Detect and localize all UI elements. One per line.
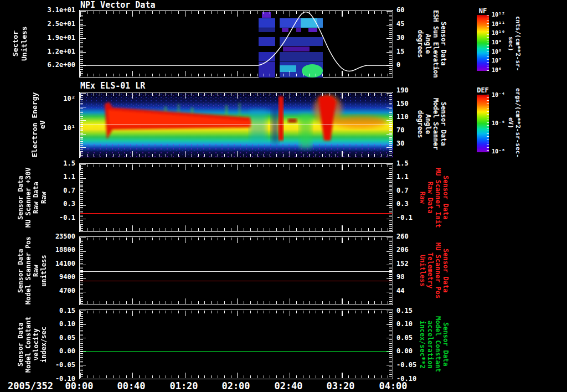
- colorbar-tick-label: 10⁻⁶: [492, 120, 505, 127]
- x-major-ticks: [80, 151, 392, 157]
- x-tick-label: 02:40: [267, 380, 310, 391]
- x-tick-label: 01:20: [163, 380, 205, 391]
- colorbar-ticks: [487, 95, 489, 152]
- plot-window: { "window": { "background": "#000000", "…: [0, 0, 567, 392]
- model-constant-acceleration-line: [80, 351, 392, 352]
- y-tick-label: 206: [396, 245, 409, 254]
- nf-colorbar-title: NF: [477, 7, 489, 15]
- panel1-left-axis-label: Sector Unitless: [11, 10, 29, 78]
- y-tick-label: 60: [396, 6, 404, 14]
- y-tick-label: 152: [396, 259, 409, 268]
- x-tick-label: 03:20: [319, 380, 362, 391]
- colorbar-tick-label: 10⁸: [492, 48, 502, 55]
- x-major-ticks: [80, 298, 392, 304]
- y-tick-label: 190: [396, 86, 409, 95]
- panel1-right-axis-label: Sensor Data ESH Sun Elevation Angle degr…: [416, 7, 447, 81]
- colorbar-tick-label: 10⁹: [492, 39, 502, 46]
- colorbar-tick-label: 10⁷: [492, 57, 502, 64]
- panel3-right-axis-label: Sensor Data MU Scanner Init Raw Data Raw: [419, 163, 450, 232]
- y-tick-label: 30: [396, 139, 404, 148]
- colorbar-ticks: [487, 15, 489, 71]
- els-spectrogram: [80, 93, 393, 158]
- colorbar-tick-label: 10⁻⁴: [492, 91, 505, 99]
- y-major-ticks: [80, 11, 86, 76]
- panel1-title: NPI Vector Data: [80, 1, 155, 9]
- panel4-frame: [79, 236, 393, 305]
- y-major-ticks: [80, 238, 86, 304]
- reference-line: [80, 125, 393, 125]
- y-tick-label: 260: [396, 232, 409, 241]
- x-major-ticks: [80, 373, 392, 378]
- colorbar-tick-label: 10⁻⁸: [492, 148, 505, 155]
- y-tick-label: 44: [396, 286, 404, 295]
- mu-scanner-pos-line: [80, 281, 392, 281]
- def-colorbar: [477, 95, 489, 152]
- nf-colorbar-unit: cnts/(cm**2-sr-sec): [507, 10, 522, 78]
- x-tick-label: 04:00: [372, 380, 414, 391]
- y-major-ticks: [386, 93, 392, 157]
- colorbar-tick-label: 10⁶: [492, 66, 502, 74]
- x-tick-label: 00:40: [110, 380, 152, 391]
- panel5-right-axis-label: Sensor Data Model Constant acceleration …: [419, 308, 450, 380]
- panel5-frame: [79, 310, 393, 379]
- elevation-curve: [80, 12, 393, 71]
- cyan-dropout: [250, 110, 266, 143]
- y-major-ticks: [80, 93, 86, 157]
- panel1-frame: [79, 10, 393, 78]
- npi-spectrogram: [80, 11, 393, 78]
- colorbar-tick-label: 10¹²: [492, 11, 505, 18]
- y-tick-label: 1.5: [396, 159, 409, 168]
- y-tick-label: 0.10: [396, 319, 413, 328]
- y-tick-label: 15: [396, 47, 404, 56]
- y-tick-label: 70: [396, 126, 404, 135]
- panel2-left-axis-label: Electron Energy eV: [31, 92, 47, 158]
- x-major-ticks: [80, 311, 392, 316]
- y-major-ticks: [386, 238, 392, 304]
- panel2-title: MEx ELS-01 LR: [80, 81, 145, 90]
- x-major-ticks: [80, 164, 392, 170]
- y-major-ticks: [386, 164, 392, 231]
- npi-count-blocks: [259, 12, 323, 78]
- x-tick-label: 02:00: [215, 380, 257, 391]
- model-scanner-pos-line: [80, 271, 392, 272]
- y-major-ticks: [80, 311, 86, 378]
- date-label: 2005/352: [3, 380, 59, 391]
- x-major-ticks: [80, 238, 392, 243]
- y-tick-label: 0.00: [396, 347, 413, 355]
- x-major-ticks: [80, 93, 392, 99]
- y-tick-label: 98: [396, 272, 404, 281]
- colorbar-tick-label: 10¹⁰: [492, 29, 505, 37]
- dark-dropout: [271, 104, 279, 143]
- y-tick-label: 30: [396, 33, 404, 42]
- panel4-left-axis-label: Sensor Data Model Scanner Pos Raw unitle…: [17, 236, 48, 305]
- panel2-frame: [79, 92, 393, 158]
- mu-scanner-init-line: [80, 213, 392, 214]
- y-tick-label: -0.05: [396, 360, 416, 369]
- y-tick-label: 0.3: [396, 199, 409, 208]
- panel3-left-axis-label: Sensor Data MU Scanner +30V Raw Data Raw: [17, 163, 48, 232]
- y-major-ticks: [80, 164, 86, 231]
- panel4-right-axis-label: Sensor Data MU Scanner Pos Telemetry Uni…: [419, 236, 450, 305]
- panel5-left-axis-label: Sensor Data Model Constant velocity inde…: [17, 310, 48, 379]
- def-colorbar-title: DEF: [477, 86, 489, 94]
- x-major-ticks: [80, 71, 392, 76]
- y-tick-label: 0.15: [396, 306, 413, 315]
- panel3-frame: [79, 163, 393, 232]
- y-tick-label: 0: [396, 60, 400, 69]
- y-tick-label: 0.7: [396, 186, 409, 195]
- y-tick-label: 110: [396, 112, 409, 121]
- panel2-right-axis-label: Sensor Data Model Scanner Angle degrees: [416, 87, 447, 161]
- y-tick-label: 1.1: [396, 172, 409, 181]
- x-tick-label: 00:00: [58, 380, 100, 391]
- x-major-ticks: [80, 11, 392, 17]
- y-major-ticks: [386, 311, 392, 378]
- colorbar-tick-label: 10¹¹: [492, 20, 505, 28]
- y-tick-label: 45: [396, 19, 404, 28]
- x-major-ticks: [80, 225, 392, 231]
- def-colorbar-unit: ergs/(cm**2-sr-sec-eV): [507, 87, 522, 158]
- y-tick-label: -0.1: [396, 213, 413, 222]
- y-tick-label: 0.05: [396, 333, 413, 342]
- y-major-ticks: [386, 11, 392, 76]
- nf-colorbar: [477, 15, 489, 71]
- y-tick-label: 150: [396, 99, 409, 108]
